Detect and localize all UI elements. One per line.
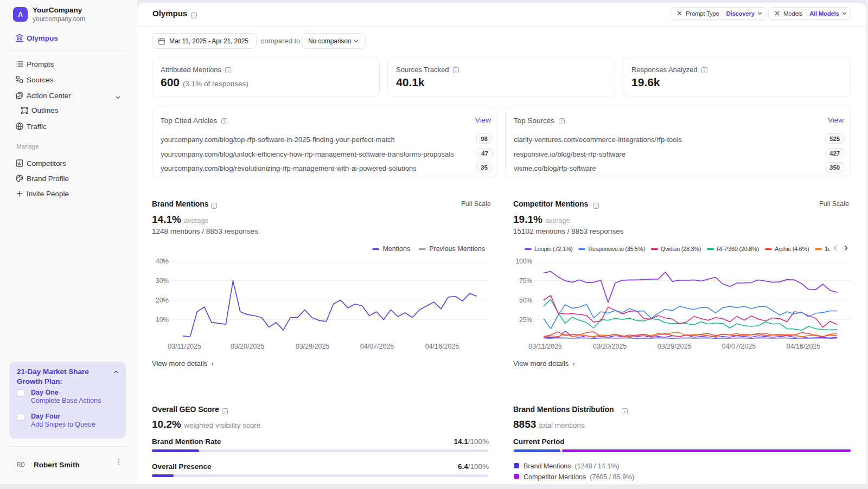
- svg-text:100%: 100%: [515, 258, 532, 265]
- svg-text:03/20/2025: 03/20/2025: [593, 343, 627, 350]
- svg-text:50%: 50%: [519, 297, 532, 304]
- svg-text:03/20/2025: 03/20/2025: [231, 343, 265, 350]
- svg-text:04/16/2025: 04/16/2025: [787, 343, 821, 350]
- svg-text:20%: 20%: [156, 297, 169, 304]
- svg-text:10%: 10%: [156, 316, 169, 324]
- svg-text:03/29/2025: 03/29/2025: [658, 343, 692, 350]
- svg-text:75%: 75%: [519, 277, 532, 285]
- svg-text:03/29/2025: 03/29/2025: [296, 343, 330, 350]
- svg-text:03/11/2025: 03/11/2025: [528, 343, 562, 350]
- svg-text:04/16/2025: 04/16/2025: [425, 343, 459, 350]
- svg-text:30%: 30%: [156, 277, 169, 285]
- svg-text:25%: 25%: [519, 316, 532, 324]
- svg-text:40%: 40%: [156, 258, 169, 265]
- svg-text:04/07/2025: 04/07/2025: [360, 343, 394, 350]
- svg-text:04/07/2025: 04/07/2025: [722, 343, 756, 350]
- svg-text:03/11/2025: 03/11/2025: [168, 343, 201, 350]
